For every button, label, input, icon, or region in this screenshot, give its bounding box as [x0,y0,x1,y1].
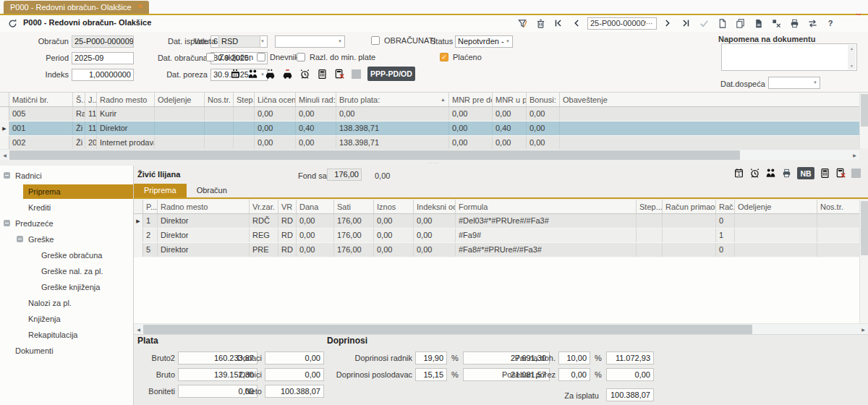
za-isplatu-value[interactable]: 100.388,07 [606,388,654,401]
obracunati-checkbox-field[interactable]: OBRAČUNATI [371,36,435,45]
tab-priprema[interactable]: Priprema [134,184,187,197]
table-row[interactable]: 5 Direktor PRE RD 0,00 176,00 0,00 0,00 … [134,243,859,257]
employees-grid-hscrollbar[interactable]: ◀ ▶ [0,149,859,161]
neto-value[interactable]: 100.388,07 [265,385,324,398]
copy-icon[interactable] [733,17,747,30]
dodaci-value[interactable]: 0,00 [265,351,324,364]
help-icon[interactable]: ? [823,17,838,30]
row-selector[interactable]: ▶ [0,122,9,135]
vehicle-add-icon[interactable] [265,69,276,80]
col-dana[interactable]: Dana [297,200,334,213]
earnings-grid-hscrollbar[interactable]: ◀ ▶ [134,323,868,335]
obracun-input[interactable]: 25-P000-000009 [72,35,134,48]
first-record-icon[interactable] [551,17,566,30]
calculate-icon[interactable] [820,168,830,179]
tab-redovni-obracun[interactable]: P000 - Redovni obračun- Olakšice × [4,1,149,14]
col-p[interactable]: P... [143,200,158,213]
col-vr[interactable]: VR [278,200,297,213]
col-mnr-pre[interactable]: MNR pre dol... [449,93,493,106]
scroll-left-icon[interactable]: ◀ [134,324,143,335]
col-rac[interactable]: Rač. [716,200,735,213]
scrollbar-thumb[interactable] [861,201,868,255]
col-nos-tr[interactable]: Nos.tr. [205,93,234,106]
poseban-porez-value[interactable]: 0,00 [606,368,654,381]
col-nos-tr[interactable]: Nos.tr. [817,200,859,213]
col-minuli-rad[interactable]: Minuli rad: [296,93,336,106]
col-bruto-plata[interactable]: Bruto plata: ▲ [336,93,449,106]
transfer-icon[interactable] [805,17,820,30]
col-obavestenje[interactable]: Obaveštenje [560,93,859,106]
clear-calculation-icon[interactable] [835,168,846,179]
ppp-pd-od-button[interactable]: PPP-PD/OD [367,67,415,81]
row-selector[interactable] [134,243,143,257]
doprinosi-poslodavac-pct[interactable]: 15,15 [415,368,447,381]
calculate-icon[interactable] [317,69,328,80]
col-indeksni[interactable]: Indeksni od... [414,200,456,213]
doprinosi-radnik-pct[interactable]: 19,90 [415,351,447,364]
valuta-input[interactable]: RSD [218,35,260,48]
status-select[interactable]: Nepotvrđen - ▼ [455,35,513,48]
scrollbar-thumb[interactable] [861,94,868,127]
sidebar-item-nalozi-za-pl[interactable]: Nalozi za pl. [0,295,133,311]
col-formula[interactable]: Formula [456,200,637,213]
tree-collapse-icon[interactable] [17,236,23,242]
document-number-input[interactable]: 25-P000-000009 ⋯ [587,17,657,30]
calendar-day-icon[interactable] [733,168,744,179]
tab-obracun[interactable]: Obračun [187,184,237,197]
clear-calculation-icon[interactable] [334,69,345,80]
scroll-right-icon[interactable]: ▶ [859,324,868,335]
sidebar-item-krediti[interactable]: Krediti [0,200,133,216]
razl-checkbox-field[interactable]: Razl. do min. plate [297,53,375,61]
col-radno-mesto[interactable]: Radno mesto [158,200,250,213]
por-na-doh-value[interactable]: 11.072,93 [606,351,654,364]
prev-record-icon[interactable] [569,17,584,30]
col-sati[interactable]: Sati [334,200,374,213]
more-button[interactable]: ⋯ [646,20,654,27]
scroll-up-icon[interactable]: ▲ [850,46,854,51]
col-step[interactable]: Step... [637,200,663,213]
confirm-icon[interactable] [697,17,711,30]
textarea-scrollbar[interactable]: ▲ ▼ [848,45,856,69]
col-racun-primaoca[interactable]: Račun primaoca [663,200,716,213]
col-radno-mesto[interactable]: Radno mesto [97,93,155,106]
col-odeljenje[interactable]: Odeljenje [735,200,817,213]
refresh-icon[interactable] [5,17,20,30]
col-vr-zar[interactable]: Vr.zar. [250,200,278,213]
sidebar-item-priprema[interactable]: Priprema [23,184,133,199]
print-icon[interactable] [781,168,792,179]
sidebar-item-knjizenja[interactable]: Knjiženja [0,311,133,327]
sidebar-item-preduzece[interactable]: Preduzeće [0,216,133,231]
print-icon[interactable] [787,17,801,30]
tab-close-icon[interactable]: × [138,2,142,10]
indeks-input[interactable]: 1,00000000 [72,69,134,81]
tree-collapse-icon[interactable] [4,172,10,179]
splitter-handle[interactable]: ∙∙∙∙ [0,160,868,166]
earnings-grid-vscrollbar[interactable] [859,200,868,323]
workers-icon[interactable] [765,168,776,179]
tree-collapse-icon[interactable] [4,220,10,226]
col-sifra[interactable]: Š... [73,93,85,106]
delete-icon[interactable] [533,17,548,30]
scrollbar-thumb[interactable] [9,150,740,160]
sidebar-item-greske-knjizenja[interactable]: Greške knjiženja [0,279,133,295]
table-row[interactable]: 2 Direktor REG RD 0,00 176,00 0,00 0,00 … [134,229,859,243]
new-document-icon[interactable] [715,17,729,30]
col-odeljenje[interactable]: Odeljenje [155,93,205,106]
col-licna-ocena[interactable]: Lična ocena: [255,93,296,106]
last-record-icon[interactable] [678,17,693,30]
zakljucen-checkbox-field[interactable]: Zaključen [206,53,253,61]
filter-icon[interactable] [515,17,529,30]
scroll-right-icon[interactable]: ▶ [850,150,859,161]
sidebar-item-greske[interactable]: Greške [0,231,133,247]
fond-sati-input[interactable]: 176,00 [327,169,362,181]
export-icon[interactable] [769,17,783,30]
dospece-select[interactable]: ▼ [768,77,820,89]
table-row-selected[interactable]: ▶ 1 Direktor RDČ RD 0,00 176,00 0,00 0,0… [134,214,859,229]
save-icon[interactable] [751,17,765,30]
col-bonusi[interactable]: Bonusi: [527,93,560,106]
row-selector[interactable]: ▶ [134,214,143,228]
placeno-checkbox-field[interactable]: ✓ Plaćeno [440,53,482,61]
row-selector[interactable] [0,136,9,150]
row-selector[interactable] [0,107,9,121]
col-maticni-br[interactable]: Matični br. [9,93,73,106]
